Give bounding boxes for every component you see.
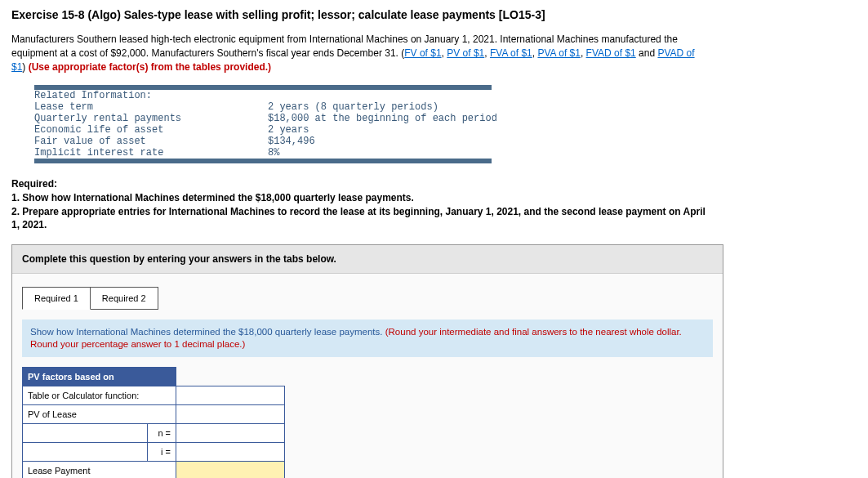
info-label: Quarterly rental payments: [34, 113, 268, 124]
required-list: 1. Show how International Machines deter…: [11, 191, 706, 231]
link-pva-of-1[interactable]: PVA of $1: [537, 47, 580, 59]
calc-header: PV factors based on: [23, 367, 176, 386]
info-row: Implicit interest rate8%: [34, 147, 502, 159]
calc-blank-cell: [23, 423, 148, 442]
tab-instruction: Show how International Machines determin…: [22, 319, 713, 357]
answer-instruction: Complete this question by entering your …: [12, 245, 723, 274]
sep: ,: [581, 47, 586, 59]
calc-row-function-label: Table or Calculator function:: [23, 386, 176, 404]
info-value: 2 years: [268, 124, 502, 136]
sep: and: [636, 47, 658, 59]
link-fvad-of-1[interactable]: FVAD of $1: [586, 47, 636, 59]
intro-paragraph: Manufacturers Southern leased high-tech …: [11, 33, 706, 74]
info-value: $134,496: [268, 136, 502, 147]
calculation-table: PV factors based on Table or Calculator …: [22, 367, 285, 478]
link-fv-of-1[interactable]: FV of $1: [404, 47, 441, 59]
info-value: 8%: [268, 147, 502, 159]
exercise-title: Exercise 15-8 (Algo) Sales-type lease wi…: [11, 8, 857, 21]
link-fva-of-1[interactable]: FVA of $1: [490, 47, 532, 59]
calc-blank-cell: [23, 442, 148, 461]
required-item-1: 1. Show how International Machines deter…: [11, 191, 706, 204]
info-label: Fair value of asset: [34, 136, 268, 147]
info-value: $18,000 at the beginning of each period: [268, 113, 502, 124]
required-heading: Required:: [11, 178, 857, 190]
info-header: Related Information:: [34, 90, 268, 101]
tab-strip: Required 1 Required 2: [22, 287, 723, 310]
calc-leasepmt-output[interactable]: [176, 461, 285, 478]
calc-function-input[interactable]: [176, 386, 285, 404]
info-bottom-bar: [34, 159, 492, 163]
required-item-2: 2. Prepare appropriate entries for Inter…: [11, 205, 706, 231]
calc-n-input[interactable]: [176, 423, 285, 442]
intro-red-note: (Use appropriate factor(s) from the tabl…: [29, 61, 271, 73]
calc-i-input[interactable]: [176, 442, 285, 461]
info-row: Fair value of asset$134,496: [34, 136, 502, 147]
answer-panel: Complete this question by entering your …: [11, 244, 723, 478]
info-value: 2 years (8 quarterly periods): [268, 101, 502, 113]
calc-i-label: i =: [148, 442, 176, 461]
info-label: Implicit interest rate: [34, 147, 268, 159]
info-row: Lease term2 years (8 quarterly periods): [34, 101, 502, 113]
tab-required-2[interactable]: Required 2: [91, 287, 158, 310]
info-row: Quarterly rental payments$18,000 at the …: [34, 113, 502, 124]
sep: ,: [484, 47, 490, 59]
info-label: Lease term: [34, 101, 268, 113]
related-info-table: Related Information: Lease term2 years (…: [34, 90, 502, 159]
tab-instruction-main: Show how International Machines determin…: [30, 327, 385, 337]
calc-n-label: n =: [148, 423, 176, 442]
calc-row-leasepmt-label: Lease Payment: [23, 461, 176, 478]
tab-required-1[interactable]: Required 1: [22, 287, 91, 310]
info-row: Economic life of asset2 years: [34, 124, 502, 136]
link-pv-of-1[interactable]: PV of $1: [447, 47, 484, 59]
calc-pvlease-input[interactable]: [176, 404, 285, 423]
intro-text-b: ): [22, 61, 28, 73]
info-label: Economic life of asset: [34, 124, 268, 136]
related-info-block: Related Information: Lease term2 years (…: [34, 85, 857, 163]
calc-row-pvlease-label: PV of Lease: [23, 404, 176, 423]
